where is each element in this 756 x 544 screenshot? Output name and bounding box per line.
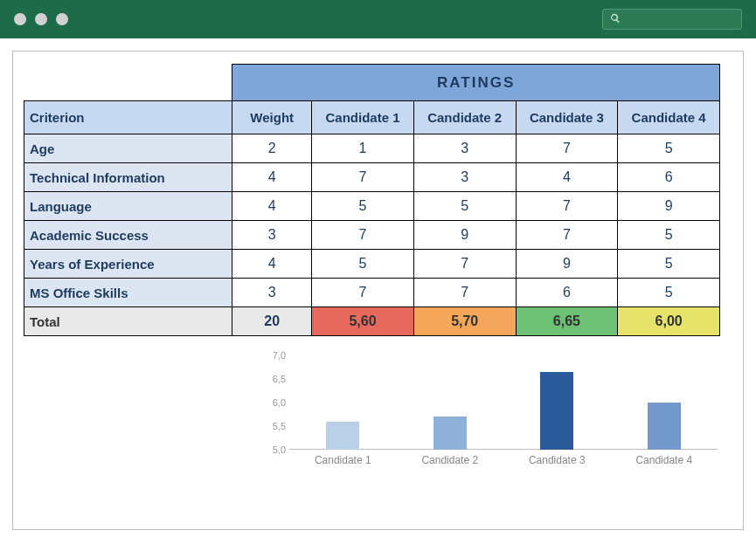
x-label: Candidate 4	[635, 454, 692, 466]
y-tick: 6,5	[265, 374, 286, 384]
weight-cell: 2	[232, 134, 312, 163]
candidate-4-header: Candidate 4	[618, 101, 720, 134]
page-content: RATINGS Criterion Weight Candidate 1 Can…	[12, 51, 744, 530]
criterion-cell: Academic Success	[24, 221, 232, 250]
total-score-c1: 5,60	[312, 307, 414, 336]
ratings-header: RATINGS	[232, 65, 720, 101]
search-icon	[610, 11, 621, 27]
value-cell: 9	[413, 221, 516, 250]
window-close-dot[interactable]	[14, 13, 26, 25]
x-label: Candidate 2	[421, 454, 478, 466]
value-cell: 4	[516, 163, 618, 192]
y-tick: 7,0	[265, 350, 286, 361]
criterion-cell: Age	[24, 134, 232, 163]
value-cell: 5	[618, 279, 720, 307]
value-cell: 5	[312, 192, 414, 221]
value-cell: 7	[516, 221, 618, 250]
table-row: MS Office Skills 3 7 7 6 5	[24, 279, 720, 307]
value-cell: 1	[312, 134, 414, 163]
candidate-3-header: Candidate 3	[516, 101, 618, 134]
chart-axis-area: 7,0 6,5 6,0 5,5 5,0	[289, 355, 718, 450]
table-row: Age 2 1 3 7 5	[24, 134, 720, 163]
value-cell: 7	[312, 163, 414, 192]
bar-chart: 7,0 6,5 6,0 5,5 5,0 Candidate 1 Candidat…	[263, 355, 718, 469]
criterion-cell: Years of Experience	[24, 250, 232, 279]
chart-bar	[433, 417, 467, 450]
value-cell: 5	[618, 134, 720, 163]
value-cell: 6	[618, 163, 720, 192]
x-label: Candidate 3	[529, 454, 586, 466]
value-cell: 3	[413, 163, 516, 192]
chart-bar	[540, 372, 573, 450]
weight-cell: 4	[232, 163, 312, 192]
total-score-c2: 5,70	[413, 307, 516, 336]
weight-cell: 3	[232, 221, 312, 250]
app-window: RATINGS Criterion Weight Candidate 1 Can…	[0, 0, 756, 544]
weight-cell: 4	[232, 250, 312, 279]
value-cell: 7	[312, 221, 414, 250]
window-minimize-dot[interactable]	[35, 13, 47, 25]
value-cell: 9	[618, 192, 720, 221]
value-cell: 5	[312, 250, 414, 279]
value-cell: 7	[516, 192, 618, 221]
candidate-1-header: Candidate 1	[312, 101, 414, 134]
table-row: Technical Information 4 7 3 4 6	[24, 163, 720, 192]
value-cell: 5	[618, 221, 720, 250]
criterion-cell: Technical Information	[24, 163, 232, 192]
candidate-2-header: Candidate 2	[413, 101, 516, 134]
window-controls	[14, 13, 68, 25]
search-box[interactable]	[602, 9, 742, 30]
table-row: Academic Success 3 7 9 7 5	[24, 221, 720, 250]
corner-blank	[24, 65, 232, 101]
value-cell: 6	[516, 279, 618, 307]
value-cell: 7	[413, 250, 516, 279]
chart-x-labels: Candidate 1 Candidate 2 Candidate 3 Cand…	[289, 451, 718, 469]
ratings-table: RATINGS Criterion Weight Candidate 1 Can…	[24, 64, 720, 336]
value-cell: 7	[413, 279, 516, 307]
window-maximize-dot[interactable]	[56, 13, 68, 25]
criterion-header: Criterion	[24, 101, 232, 134]
weight-header: Weight	[232, 101, 312, 134]
titlebar	[0, 0, 756, 38]
value-cell: 9	[516, 250, 618, 279]
total-row: Total 20 5,60 5,70 6,65 6,00	[24, 307, 720, 336]
y-tick: 5,5	[265, 421, 286, 431]
total-score-c4: 6,00	[618, 307, 720, 336]
total-weight: 20	[232, 307, 312, 336]
criterion-cell: Language	[24, 192, 232, 221]
value-cell: 3	[413, 134, 516, 163]
chart-bar	[326, 422, 359, 450]
value-cell: 7	[516, 134, 618, 163]
y-tick: 5,0	[265, 444, 286, 455]
weight-cell: 3	[232, 279, 312, 307]
criterion-cell: MS Office Skills	[24, 279, 232, 307]
x-label: Candidate 1	[315, 454, 371, 466]
chart-bar	[648, 403, 681, 450]
value-cell: 5	[618, 250, 720, 279]
table-row: Years of Experience 4 5 7 9 5	[24, 250, 720, 279]
total-label: Total	[24, 307, 232, 336]
chart-bars	[289, 355, 718, 450]
value-cell: 5	[413, 192, 516, 221]
table-row: Language 4 5 5 7 9	[24, 192, 720, 221]
value-cell: 7	[312, 279, 414, 307]
weight-cell: 4	[232, 192, 312, 221]
total-score-c3: 6,65	[516, 307, 618, 336]
y-tick: 6,0	[265, 397, 286, 408]
